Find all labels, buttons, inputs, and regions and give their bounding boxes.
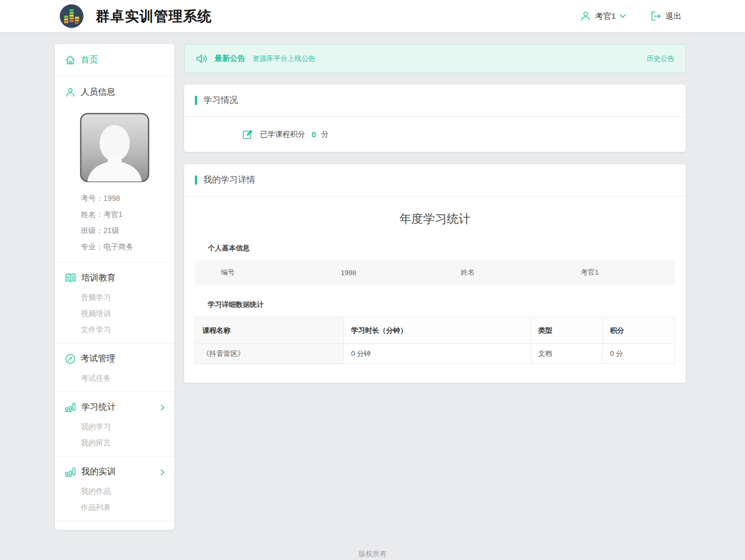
basic-id-value: 1998 — [315, 269, 435, 277]
study-stats-table: 课程名称 学习时长（分钟） 类型 积分 《抖音雷区》 0 分钟 文档 0 分 — [195, 317, 675, 364]
col-type: 类型 — [531, 317, 603, 344]
sidebar-item-works-list[interactable]: 作品列表 — [55, 499, 174, 515]
copyright-cn: 版权所有 — [0, 549, 745, 559]
announcement-link[interactable]: 资源库平台上线公告 — [252, 54, 315, 64]
announcement-bar: 最新公告 资源库平台上线公告 历史公告 — [184, 44, 686, 73]
table-row: 《抖音雷区》 0 分钟 文档 0 分 — [195, 344, 675, 364]
stats-table-title: 学习详细数据统计 — [208, 300, 675, 310]
speaker-icon — [195, 52, 209, 65]
profile-field-name: 姓名：考官1 — [81, 206, 174, 222]
sidebar-item-my-practice[interactable]: 我的实训 — [55, 461, 174, 483]
edit-icon — [242, 129, 254, 140]
chevron-down-icon — [620, 14, 626, 18]
sidebar-item-home[interactable]: 首页 — [55, 44, 174, 76]
col-score: 积分 — [603, 317, 675, 344]
learning-status-panel: 学习情况 已学课程积分 0 分 — [184, 85, 686, 152]
logout-icon — [650, 10, 662, 22]
menu-group-study-stats: 学习统计 我的学习 我的留言 — [55, 392, 174, 456]
menu-group-label: 学习统计 — [81, 402, 156, 413]
sidebar-item-profile[interactable]: 人员信息 — [55, 76, 174, 108]
cell-duration: 0 分钟 — [344, 344, 531, 364]
sidebar-item-file-study[interactable]: 文件学习 — [55, 321, 174, 338]
basic-info-row: 编号 1998 姓名 考官1 — [195, 260, 675, 285]
latest-announcement-label: 最新公告 — [215, 54, 245, 64]
history-announcement-link[interactable]: 历史公告 — [646, 54, 674, 64]
learning-detail-title: 我的学习详情 — [203, 174, 255, 186]
brand: 群卓实训管理系统 — [59, 4, 212, 29]
page-title: 群卓实训管理系统 — [96, 7, 212, 26]
sidebar-item-my-works[interactable]: 我的作品 — [55, 483, 174, 499]
profile-field-class: 班级：21级 — [81, 222, 174, 239]
menu-group-training: 培训教育 音频学习 视频培训 文件学习 — [55, 263, 174, 343]
app-logo-icon — [59, 4, 84, 29]
course-score-row: 已学课程积分 0 分 — [184, 117, 686, 152]
sidebar-item-study-stats[interactable]: 学习统计 — [55, 396, 174, 418]
bar-chart-icon — [65, 467, 76, 477]
col-duration: 学习时长（分钟） — [344, 317, 531, 344]
sidebar-item-exam-management[interactable]: 考试管理 — [55, 348, 174, 370]
divider — [55, 521, 174, 521]
chevron-right-icon — [160, 469, 165, 475]
person-icon — [65, 87, 76, 98]
annual-stats-heading: 年度学习统计 — [195, 211, 675, 227]
basic-name-value: 考官1 — [555, 268, 675, 277]
compass-icon — [65, 353, 76, 365]
sidebar-item-video-training[interactable]: 视频培训 — [55, 305, 174, 321]
user-icon — [580, 10, 592, 22]
sidebar-item-audio-study[interactable]: 音频学习 — [55, 289, 174, 305]
table-header-row: 课程名称 学习时长（分钟） 类型 积分 — [195, 317, 675, 344]
score-value: 0 — [312, 130, 316, 139]
sidebar-home-label: 首页 — [81, 54, 98, 66]
logout-label: 退出 — [665, 11, 681, 22]
user-name: 考官1 — [595, 11, 616, 22]
chevron-right-icon — [160, 404, 165, 411]
title-accent-bar — [195, 96, 197, 105]
menu-group-my-practice: 我的实训 我的作品 作品列表 — [55, 457, 174, 521]
home-icon — [65, 54, 76, 66]
page-footer: 版权所有 ©Copyright 2009 - 2020. 56sucai.com… — [0, 549, 745, 560]
title-accent-bar — [195, 176, 197, 185]
learning-status-title: 学习情况 — [203, 95, 238, 106]
book-icon — [65, 273, 76, 283]
basic-info-title: 个人基本信息 — [208, 243, 675, 253]
sidebar-profile-label: 人员信息 — [81, 87, 115, 98]
top-header: 群卓实训管理系统 考官1 — [0, 0, 745, 32]
basic-id-label: 编号 — [195, 268, 315, 277]
cell-course-name: 《抖音雷区》 — [195, 344, 344, 364]
sidebar-item-my-study[interactable]: 我的学习 — [55, 418, 174, 435]
learning-detail-panel: 我的学习详情 年度学习统计 个人基本信息 编号 1998 姓名 考官1 学习详细… — [184, 164, 686, 383]
user-menu[interactable]: 考官1 — [580, 10, 626, 22]
logout-button[interactable]: 退出 — [650, 10, 681, 22]
menu-group-label: 考试管理 — [81, 353, 165, 365]
profile-field-major: 专业：电子商务 — [81, 239, 174, 255]
profile-field-exam-no: 考号：1998 — [81, 190, 174, 206]
sidebar-item-exam-task[interactable]: 考试任务 — [55, 370, 174, 386]
cell-type: 文档 — [531, 344, 603, 364]
avatar — [80, 113, 150, 183]
bar-chart-icon — [65, 402, 76, 412]
sidebar: 首页 人员信息 — [55, 44, 174, 530]
sidebar-item-my-messages[interactable]: 我的留言 — [55, 435, 174, 451]
menu-group-label: 我的实训 — [81, 466, 156, 478]
sidebar-item-training[interactable]: 培训教育 — [55, 267, 174, 289]
score-label: 已学课程积分 — [260, 130, 305, 139]
col-course-name: 课程名称 — [195, 317, 344, 344]
score-unit: 分 — [321, 130, 329, 139]
cell-score: 0 分 — [603, 344, 675, 364]
menu-group-exam: 考试管理 考试任务 — [55, 344, 174, 391]
menu-group-label: 培训教育 — [81, 272, 165, 284]
basic-name-label: 姓名 — [435, 268, 555, 277]
